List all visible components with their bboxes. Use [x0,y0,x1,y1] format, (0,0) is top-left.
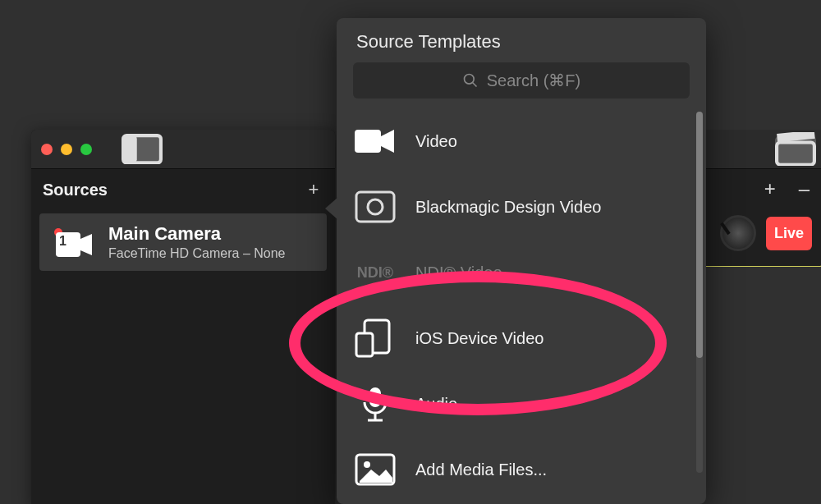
svg-rect-8 [356,192,394,222]
template-label: Audio [415,395,457,414]
svg-rect-7 [355,130,381,153]
camera-icon: 1 [56,229,94,260]
search-icon [462,72,479,89]
template-ios-device[interactable]: iOS Device Video [353,305,699,371]
template-label: NDI® Video [415,263,502,282]
template-blackmagic[interactable]: Blackmagic Design Video [353,174,699,240]
video-icon [353,121,397,161]
capture-card-icon [353,187,397,227]
search-placeholder: Search (⌘F) [487,71,580,90]
svg-point-9 [368,199,383,214]
live-controls: Live [698,208,821,267]
source-row[interactable]: 1 Main Camera FaceTime HD Camera – None [39,213,327,271]
template-list: Video Blackmagic Design Video NDI® NDI® … [337,105,706,504]
add-button[interactable]: + [764,177,776,200]
svg-line-6 [472,83,476,87]
zoom-traffic-light[interactable] [80,144,92,155]
ios-device-icon [353,318,397,358]
clapper-icon [775,132,816,167]
template-label: Add Media Files... [415,460,547,479]
traffic-lights [41,144,92,155]
svg-rect-12 [369,387,381,407]
sources-window: Sources + 1 Main Camera FaceTime HD Came… [31,130,335,504]
source-text: Main Camera FaceTime HD Camera – None [108,223,285,261]
svg-rect-3 [777,142,814,164]
svg-rect-1 [123,135,137,163]
level-knob[interactable] [720,215,756,251]
microphone-icon [353,384,397,424]
svg-rect-11 [356,333,373,356]
add-source-button[interactable]: + [304,179,323,200]
svg-point-16 [364,461,370,468]
template-video[interactable]: Video [353,108,699,174]
search-input[interactable]: Search (⌘F) [353,62,690,99]
template-audio[interactable]: Audio [353,371,699,437]
template-label: Blackmagic Design Video [415,198,601,217]
template-ndi[interactable]: NDI® NDI® Video [353,240,699,305]
minimize-traffic-light[interactable] [61,144,72,155]
ndi-icon: NDI® [353,253,397,292]
sources-header: Sources + [31,169,335,208]
toolbar-layout-button[interactable] [122,136,163,163]
template-label: Video [415,132,457,151]
sources-title: Sources [43,181,108,199]
svg-point-5 [464,75,474,85]
image-icon [353,450,397,489]
source-title: Main Camera [108,223,285,245]
popover-title: Source Templates [337,31,706,62]
toolbar-scene-button[interactable] [775,136,816,163]
close-traffic-light[interactable] [41,144,53,155]
right-titlebar [695,130,821,169]
scrollbar-thumb[interactable] [696,112,703,358]
live-button[interactable]: Live [766,217,812,250]
camera-badge-number: 1 [59,234,67,249]
plus-minus-row: + – [695,169,821,208]
right-panel: + – Live [695,130,821,267]
source-templates-popover: Source Templates Search (⌘F) Video [337,18,706,504]
template-label: iOS Device Video [415,329,544,348]
titlebar [31,130,335,169]
template-media-files[interactable]: Add Media Files... [353,437,699,502]
source-subtitle: FaceTime HD Camera – None [108,246,285,261]
remove-button[interactable]: – [799,177,810,200]
panel-icon [122,134,163,165]
